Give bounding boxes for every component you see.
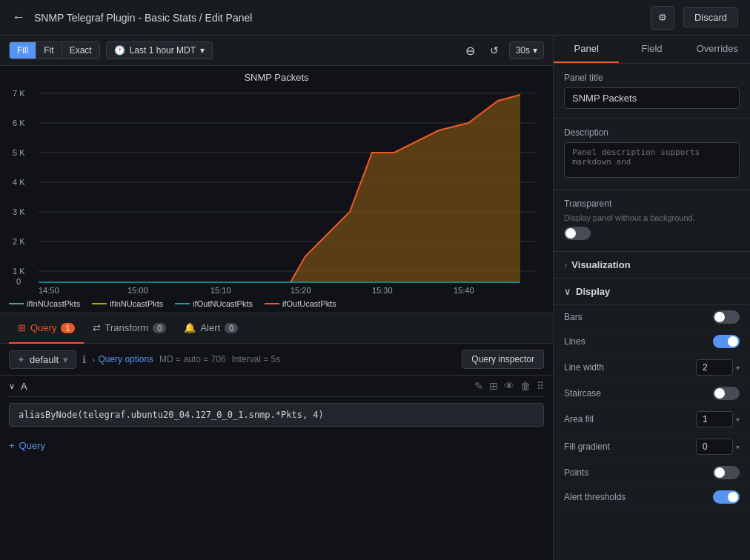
fill-button[interactable]: Fill [10,42,36,59]
interval-label: 30s [516,45,530,56]
panel-title-input[interactable] [564,87,740,109]
fillgradient-caret-icon: ▾ [736,443,740,451]
tab-query[interactable]: ⊞ Query 1 [9,314,84,344]
description-textarea[interactable] [564,142,740,178]
legend-color-1 [92,303,107,304]
chart-legend: ifInNUcastPkts ifInNUcastPkts ifOutNUcas… [0,296,553,313]
points-label: Points [564,467,707,478]
display-row-fillgradient: Fill gradient 012 ▾ [554,433,750,461]
areafill-select[interactable]: 102 [696,411,733,427]
transparent-toggle[interactable] [564,227,591,240]
alertthresholds-toggle[interactable] [713,490,740,504]
svg-text:15:40: 15:40 [454,286,474,293]
svg-text:15:00: 15:00 [127,286,148,293]
query-a-delete-button[interactable]: 🗑 [520,380,531,392]
svg-text:4 K: 4 K [13,178,25,187]
query-a-label: A [21,381,468,392]
linewidth-value: 213 ▾ [696,359,740,376]
areafill-value: 102 ▾ [696,411,740,427]
refresh-button[interactable]: ↺ [485,43,503,58]
query-md-label: MD = auto = 706 [159,354,225,364]
time-range-label: Last 1 hour MDT [130,45,196,56]
legend-item-1: ifInNUcastPkts [92,299,163,308]
query-tab-icon: ⊞ [18,322,26,333]
linewidth-select[interactable]: 213 [696,359,733,376]
legend-label-0: ifInNUcastPkts [27,299,80,308]
interval-selector[interactable]: 30s ▾ [509,41,544,59]
svg-text:15:10: 15:10 [210,286,231,293]
topbar: ← SNMP Telegraf Plugin - Basic Stats / E… [0,0,750,36]
display-section-title: Display [576,286,740,297]
areafill-label: Area fill [564,414,690,424]
exact-button[interactable]: Exact [62,42,99,59]
legend-color-3 [265,303,279,304]
info-button[interactable]: ℹ [82,353,86,365]
right-panel-tabs: Panel Field Overrides [554,36,750,64]
settings-button[interactable]: ⚙ [651,6,674,30]
svg-text:3 K: 3 K [13,207,25,216]
visualization-section-header[interactable]: › Visualization [554,252,750,279]
gear-icon: ⚙ [658,12,667,23]
bars-toggle[interactable] [713,310,740,324]
query-a-section: ∨ A ✎ ⊞ 👁 🗑 ⠿ aliasByNode(telegraf.ubunt… [0,376,553,433]
time-range-picker[interactable]: 🕐 Last 1 hour MDT ▾ [106,41,213,59]
bottom-tabs: ⊞ Query 1 ⇄ Transform 0 🔔 Alert 0 [0,313,553,344]
query-a-eye-button[interactable]: 👁 [504,380,514,392]
panel-title-label: Panel title [564,73,740,83]
transform-tab-icon: ⇄ [93,322,101,333]
query-row: ✦ default ▾ ℹ › Query options MD = auto … [0,344,553,376]
query-a-collapse-button[interactable]: ∨ [9,381,15,391]
staircase-toggle[interactable] [713,387,740,400]
main-layout: Fill Fit Exact 🕐 Last 1 hour MDT ▾ ⊖ ↺ 3… [0,36,750,560]
plus-icon: + [9,440,15,451]
legend-item-0: ifInNUcastPkts [9,299,80,308]
tab-overrides[interactable]: Overrides [685,36,750,63]
query-tab-label: Query [30,322,56,333]
discard-button[interactable]: Discard [683,7,738,27]
query-a-drag-handle[interactable]: ⠿ [537,380,544,392]
legend-label-2: ifOutNUcastPkts [193,299,253,308]
query-inspector-button[interactable]: Query inspector [462,350,544,369]
tab-alert[interactable]: 🔔 Alert 0 [175,314,247,344]
svg-text:14:50: 14:50 [39,286,59,293]
display-row-points: Points [554,461,750,485]
fit-button[interactable]: Fit [36,42,62,59]
query-expression-input[interactable]: aliasByNode(telegraf.ubuntu20_04.127_0_0… [9,403,544,427]
clock-icon: 🕐 [114,45,125,56]
query-a-header: ∨ A ✎ ⊞ 👁 🗑 ⠿ [9,376,544,397]
legend-item-2: ifOutNUcastPkts [175,299,253,308]
linewidth-label: Line width [564,362,690,373]
query-options-toggle[interactable]: › Query options [92,354,153,365]
svg-text:15:20: 15:20 [291,286,311,293]
fillgradient-select[interactable]: 012 [696,439,733,455]
transform-tab-badge: 0 [153,323,166,333]
page-title: SNMP Telegraf Plugin - Basic Stats / Edi… [34,12,642,24]
query-tab-badge: 1 [61,323,74,333]
zoom-button-group: Fill Fit Exact [9,41,100,59]
points-toggle[interactable] [713,466,740,479]
zoom-out-button[interactable]: ⊖ [461,42,479,59]
add-query-button[interactable]: + Query [9,440,45,451]
visualization-section-title: Visualization [571,259,740,270]
tab-field[interactable]: Field [619,36,684,63]
alert-tab-icon: 🔔 [184,322,196,333]
back-button[interactable]: ← [12,10,25,25]
query-expression: aliasByNode(telegraf.ubuntu20_04.127_0_0… [9,397,544,433]
display-section-header[interactable]: ∨ Display [554,279,750,305]
query-options-label: Query options [98,354,153,364]
interval-caret-icon: ▾ [533,45,537,56]
query-a-copy-button[interactable]: ⊞ [489,380,498,392]
bars-label: Bars [564,312,707,322]
datasource-selector[interactable]: ✦ default ▾ [9,350,76,369]
tab-panel[interactable]: Panel [554,36,619,63]
display-chevron-icon: ∨ [564,286,571,297]
lines-toggle[interactable] [713,335,740,348]
query-a-edit-button[interactable]: ✎ [474,380,483,392]
add-query-label: Query [19,440,45,451]
alert-tab-label: Alert [200,322,220,333]
areafill-caret-icon: ▾ [736,416,740,424]
tab-transform[interactable]: ⇄ Transform 0 [84,314,176,344]
chart-toolbar: Fill Fit Exact 🕐 Last 1 hour MDT ▾ ⊖ ↺ 3… [0,36,553,66]
legend-color-0 [9,303,24,304]
add-query-row: + Query [0,433,553,459]
